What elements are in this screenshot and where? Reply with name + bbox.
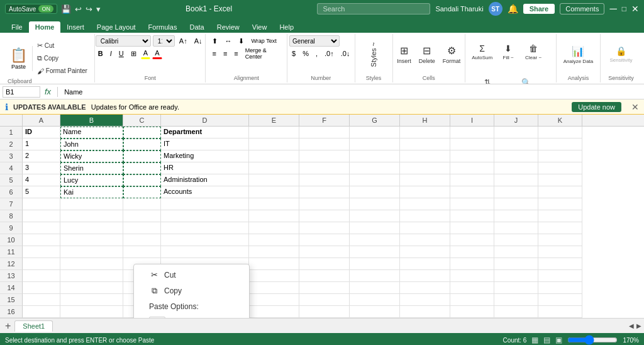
cell-c3[interactable]	[123, 150, 161, 162]
cell-i6[interactable]	[450, 186, 494, 198]
cell-j2[interactable]	[494, 139, 538, 150]
cell-a7[interactable]	[23, 198, 60, 210]
italic-button[interactable]: I	[108, 48, 114, 59]
col-header-k[interactable]: K	[538, 115, 582, 126]
cell-b5[interactable]: Lucy	[60, 174, 123, 186]
cell-g1[interactable]	[350, 127, 400, 139]
cell-k6[interactable]	[538, 186, 582, 198]
cell-a1[interactable]: ID	[23, 127, 60, 139]
increase-decimal-button[interactable]: .0↑	[322, 48, 336, 59]
col-header-d[interactable]: D	[161, 115, 249, 126]
clear-button[interactable]: 🗑 Clear ~	[521, 35, 545, 68]
cell-g3[interactable]	[350, 150, 400, 162]
cell-j3[interactable]	[494, 150, 538, 162]
update-now-button[interactable]: Update now	[572, 102, 621, 112]
cell-f6[interactable]	[299, 186, 350, 198]
cell-d7[interactable]	[161, 198, 249, 210]
align-right-button[interactable]: ≡	[231, 48, 240, 59]
cell-f3[interactable]	[299, 150, 350, 162]
tab-review[interactable]: Review	[211, 21, 246, 33]
tab-data[interactable]: Data	[183, 21, 210, 33]
tab-help[interactable]: Help	[273, 21, 300, 33]
cell-a6[interactable]: 5	[23, 186, 60, 198]
minimize-icon[interactable]: ─	[609, 3, 616, 14]
col-header-a[interactable]: A	[23, 115, 60, 126]
cell-c2[interactable]	[123, 139, 161, 150]
cell-k5[interactable]	[538, 174, 582, 186]
cell-a5[interactable]: 4	[23, 174, 60, 186]
analyze-data-button[interactable]: 📊 Analyze Data	[561, 38, 596, 71]
redo-icon[interactable]: ↪	[86, 4, 92, 14]
cell-h1[interactable]	[400, 127, 450, 139]
row-num-8[interactable]: 8	[0, 210, 23, 222]
row-num-2[interactable]: 2	[0, 139, 23, 150]
cell-c4[interactable]	[123, 162, 161, 174]
cell-h4[interactable]	[400, 162, 450, 174]
tab-insert[interactable]: Insert	[60, 21, 91, 33]
merge-center-button[interactable]: Merge & Center	[243, 48, 283, 59]
cell-a2[interactable]: 1	[23, 139, 60, 150]
cut-button[interactable]: ✂ Cut	[35, 40, 89, 52]
normal-view-button[interactable]: ▦	[531, 336, 538, 344]
col-header-e[interactable]: E	[249, 115, 299, 126]
cell-e6[interactable]	[249, 186, 299, 198]
increase-font-button[interactable]: A↑	[177, 35, 190, 47]
cell-b3[interactable]: Wicky	[60, 150, 123, 162]
row-num-13[interactable]: 13	[0, 270, 23, 282]
comments-button[interactable]: Comments	[560, 3, 604, 14]
row-num-11[interactable]: 11	[0, 246, 23, 258]
col-header-j[interactable]: J	[494, 115, 538, 126]
comma-button[interactable]: ,	[313, 48, 320, 59]
currency-button[interactable]: $	[289, 48, 298, 59]
page-layout-view-button[interactable]: ▤	[543, 336, 550, 344]
col-header-h[interactable]: H	[400, 115, 450, 126]
cell-j5[interactable]	[494, 174, 538, 186]
row-num-16[interactable]: 16	[0, 306, 23, 318]
cell-k3[interactable]	[538, 150, 582, 162]
cell-c6[interactable]	[123, 186, 161, 198]
align-top-button[interactable]: ⬆	[209, 35, 220, 47]
page-break-view-button[interactable]: ▣	[555, 336, 562, 344]
cell-h2[interactable]	[400, 139, 450, 150]
font-size-select[interactable]: 11	[153, 35, 175, 47]
row-num-4[interactable]: 4	[0, 162, 23, 174]
col-header-c[interactable]: C	[123, 115, 161, 126]
cell-b7[interactable]	[60, 198, 123, 210]
col-header-f[interactable]: F	[299, 115, 350, 126]
cell-g5[interactable]	[350, 174, 400, 186]
search-input[interactable]	[317, 3, 430, 14]
cell-c7[interactable]	[123, 198, 161, 210]
cell-j6[interactable]	[494, 186, 538, 198]
save-icon[interactable]: 💾	[61, 4, 71, 14]
ctx-cut[interactable]: ✂ Cut	[134, 267, 249, 283]
font-family-select[interactable]: Calibri	[96, 35, 151, 47]
cell-h3[interactable]	[400, 150, 450, 162]
more-qa-icon[interactable]: ▾	[96, 4, 101, 14]
row-num-5[interactable]: 5	[0, 174, 23, 186]
cell-b1[interactable]: Name	[60, 127, 123, 139]
cell-i1[interactable]	[450, 127, 494, 139]
paste-button[interactable]: 📋 Paste	[5, 46, 33, 71]
cell-f4[interactable]	[299, 162, 350, 174]
tab-page-layout[interactable]: Page Layout	[91, 21, 142, 33]
sort-filter-button[interactable]: ⇅ Sort & Filter ~	[469, 69, 505, 84]
delete-button[interactable]: ⊟ Delete	[416, 38, 438, 71]
cell-g6[interactable]	[350, 186, 400, 198]
row-num-6[interactable]: 6	[0, 186, 23, 198]
sheet-tab-sheet1[interactable]: Sheet1	[14, 320, 53, 332]
cell-i5[interactable]	[450, 174, 494, 186]
cell-f2[interactable]	[299, 139, 350, 150]
fill-button[interactable]: ⬇ Fill ~	[496, 35, 520, 68]
cell-d6[interactable]: Accounts	[161, 186, 249, 198]
ctx-paste-icon-btn[interactable]: 📋	[149, 317, 165, 318]
copy-button[interactable]: ⧉ Copy	[35, 53, 89, 64]
align-center-button[interactable]: ≡	[221, 48, 230, 59]
cell-a3[interactable]: 2	[23, 150, 60, 162]
cell-c1[interactable]	[123, 127, 161, 139]
cell-h6[interactable]	[400, 186, 450, 198]
align-middle-button[interactable]: ↔	[222, 35, 234, 47]
cell-i4[interactable]	[450, 162, 494, 174]
fill-color-button[interactable]: A	[141, 48, 150, 59]
row-num-1[interactable]: 1	[0, 127, 23, 139]
cell-d2[interactable]: IT	[161, 139, 249, 150]
